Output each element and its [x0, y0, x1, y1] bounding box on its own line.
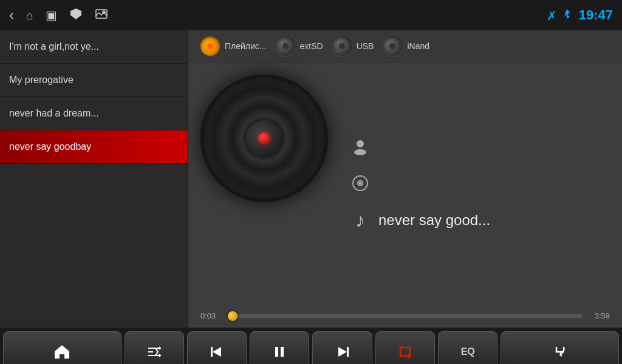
eq-label: EQ: [461, 346, 475, 357]
current-time: 0:03: [200, 311, 222, 320]
time-display: 19:47: [579, 7, 613, 23]
home-nav-icon[interactable]: ⌂: [26, 8, 33, 22]
svg-marker-10: [213, 347, 221, 357]
source-tab-indicator: [200, 36, 220, 56]
album-row: [349, 174, 613, 197]
progress-bar[interactable]: [228, 314, 583, 318]
bluetooth-icon: ✗: [547, 8, 573, 23]
pause-button[interactable]: [250, 331, 309, 364]
next-button[interactable]: [312, 331, 372, 364]
image-nav-icon[interactable]: [95, 7, 108, 24]
main-content: I'm not a girl,not ye...My prerogativene…: [0, 30, 622, 328]
shield-nav-icon[interactable]: [69, 7, 83, 24]
track-row: ♪ never say good...: [349, 209, 613, 232]
prev-icon: [208, 343, 225, 360]
svg-marker-8: [55, 345, 69, 359]
svg-rect-13: [347, 347, 349, 357]
prev-button[interactable]: [187, 331, 247, 364]
source-tab[interactable]: iNand: [383, 36, 429, 56]
source-tab-indicator: [276, 36, 295, 56]
disc: [200, 75, 328, 202]
progress-thumb[interactable]: [228, 311, 238, 321]
track-name-label: never say good...: [378, 212, 490, 229]
back-nav-icon[interactable]: ‹: [9, 7, 14, 24]
artist-row: [349, 138, 613, 161]
disc-inner: [246, 120, 282, 157]
source-tab-dot-inner: [282, 43, 289, 49]
playlist-item[interactable]: My prerogative: [0, 64, 188, 97]
music-note-icon: ♪: [349, 209, 371, 232]
track-info: ♪ never say good...: [343, 72, 613, 297]
disc-center: [258, 132, 270, 144]
svg-rect-12: [281, 347, 284, 357]
repeat-button[interactable]: [375, 331, 435, 364]
source-tab-dot-inner: [389, 43, 395, 49]
source-tab[interactable]: USB: [332, 36, 374, 56]
source-tab-label: iNand: [407, 41, 429, 51]
svg-point-7: [360, 182, 361, 184]
source-tab-dot-inner: [339, 43, 345, 49]
eq-button[interactable]: EQ: [438, 331, 497, 364]
home-button[interactable]: [3, 331, 121, 364]
nav-icons: ‹ ⌂ ▣: [9, 7, 108, 24]
repeat-icon: [397, 343, 414, 360]
source-tab-label: extSD: [300, 41, 323, 51]
playlist-panel: I'm not a girl,not ye...My prerogativene…: [0, 30, 188, 328]
svg-rect-11: [275, 347, 278, 357]
source-tab-label: USB: [357, 41, 374, 51]
next-icon: [334, 343, 351, 360]
player-main: ♪ never say good...: [188, 62, 622, 306]
svg-marker-0: [70, 8, 81, 19]
home-ctrl-icon: [53, 343, 70, 360]
status-bar: ‹ ⌂ ▣ ✗ 19:47: [0, 0, 622, 30]
svg-rect-9: [211, 347, 213, 357]
progress-area: 0:03 3:59: [188, 306, 622, 328]
playlist-item[interactable]: never had a dream...: [0, 97, 188, 130]
back-button[interactable]: [501, 331, 619, 364]
playlist-item[interactable]: never say goodbay: [0, 130, 188, 164]
shuffle-icon: [146, 343, 163, 360]
playlist-item[interactable]: I'm not a girl,not ye...: [0, 30, 188, 64]
source-tab-label: Плейлис...: [225, 41, 267, 51]
controls-bar: EQ: [0, 328, 622, 364]
svg-point-3: [357, 140, 364, 147]
square-nav-icon[interactable]: ▣: [46, 8, 57, 22]
source-tabs: Плейлис...extSDUSBiNand: [188, 30, 622, 62]
source-tab-dot-inner: [207, 43, 213, 49]
progress-track: 0:03 3:59: [200, 311, 610, 320]
pause-icon: [271, 343, 288, 360]
status-right: ✗ 19:47: [547, 7, 613, 23]
back-icon: [552, 343, 569, 360]
source-tab[interactable]: Плейлис...: [200, 36, 267, 56]
album-icon: [349, 174, 371, 197]
source-tab-indicator: [332, 36, 352, 56]
player-panel: Плейлис...extSDUSBiNand: [188, 30, 622, 328]
svg-marker-14: [338, 347, 347, 357]
shuffle-button[interactable]: [125, 331, 184, 364]
svg-point-4: [354, 149, 366, 155]
source-tab-indicator: [383, 36, 402, 56]
artist-icon: [349, 138, 371, 161]
total-time: 3:59: [589, 311, 610, 320]
disc-container: [197, 72, 331, 205]
source-tab[interactable]: extSD: [276, 36, 323, 56]
